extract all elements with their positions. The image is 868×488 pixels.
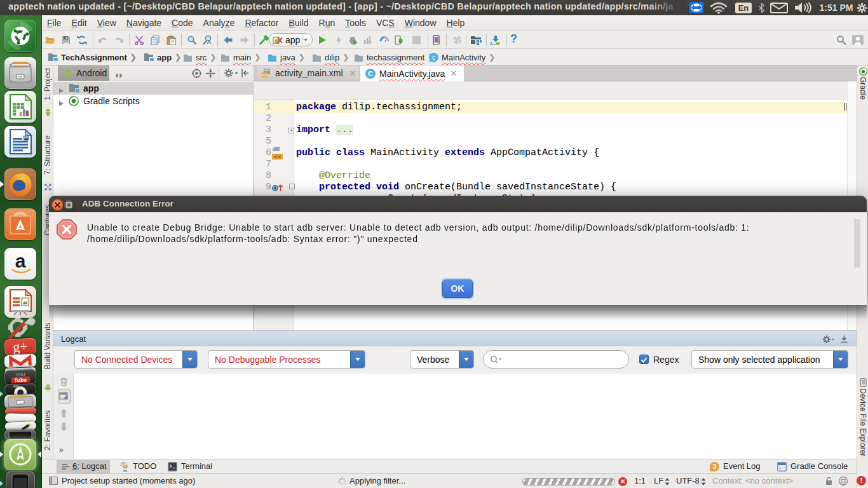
svg-text:a: a [15, 250, 26, 271]
svg-text:g+: g+ [12, 338, 28, 355]
svg-text:A: A [207, 39, 211, 45]
svg-text:<>: <> [262, 73, 268, 78]
svg-text:<>: <> [274, 154, 281, 160]
svg-text:Tube: Tube [14, 376, 27, 383]
svg-text:✎: ✎ [123, 463, 125, 466]
